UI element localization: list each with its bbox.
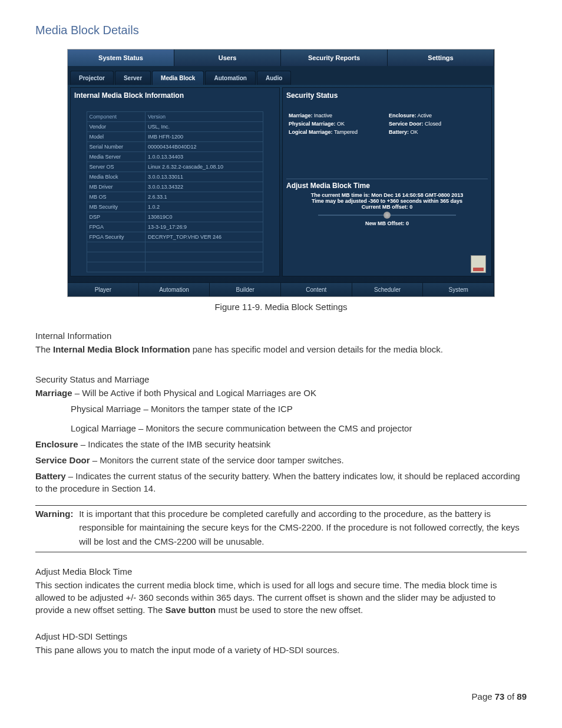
table-row: Server OSLinux 2.6.32.2-cascade_1.08.10 bbox=[87, 162, 263, 172]
enclosure-label: Enclosure: bbox=[389, 113, 416, 118]
table-row: FPGA SecurityDECRYPT_TOP.VHD VER 246 bbox=[87, 232, 263, 242]
info-table: Component Version VendorUSL, Inc. ModelI… bbox=[87, 111, 264, 272]
bottom-tab-system[interactable]: System bbox=[423, 283, 494, 297]
hdsdi-body: This pane allows you to match the input … bbox=[35, 644, 527, 656]
phys-marriage-label: Physical Marriage: bbox=[289, 121, 336, 127]
warning-label: Warning: bbox=[35, 507, 77, 521]
right-panel-title: Security Status bbox=[286, 91, 488, 100]
service-door-value: Closed bbox=[425, 121, 441, 127]
adjust-body-text: This section indicates the current media… bbox=[35, 579, 527, 616]
left-panel-title: Internal Media Block Information bbox=[74, 91, 276, 100]
battery-line: Battery – Indicates the current status o… bbox=[35, 470, 527, 495]
sub-tabs: Projector Server Media Block Automation … bbox=[68, 66, 494, 85]
table-row: FPGA13-3-19_17:26:9 bbox=[87, 222, 263, 232]
page-footer: Page 73 of 89 bbox=[35, 691, 527, 701]
figure-caption: Figure 11-9. Media Block Settings bbox=[35, 302, 527, 312]
enclosure-line: Enclosure – Indicates the state of the I… bbox=[35, 438, 527, 450]
subtab-projector[interactable]: Projector bbox=[70, 71, 114, 85]
divider-top bbox=[35, 505, 527, 506]
adjust-head: Adjust Media Block Time bbox=[35, 565, 527, 578]
enclosure-value: Active bbox=[418, 113, 432, 118]
table-header-row: Component Version bbox=[87, 112, 263, 122]
adjust-current-offset: Current MB offset: 0 bbox=[289, 204, 485, 210]
service-door-line: Service Door – Monitors the current stat… bbox=[35, 454, 527, 466]
marriage-line: Marriage – Will be Active if both Physic… bbox=[35, 387, 527, 399]
table-row: MB OS2.6.33.1 bbox=[87, 192, 263, 202]
table-row bbox=[87, 252, 263, 262]
left-panel: Internal Media Block Information Compone… bbox=[70, 87, 280, 276]
internal-info-head: Internal Information bbox=[35, 330, 527, 342]
app-screenshot: System Status Users Security Reports Set… bbox=[67, 49, 495, 297]
marriage-label: Marriage: bbox=[289, 113, 313, 118]
col-version: Version bbox=[145, 112, 263, 122]
warning-body: It is important that this procedure be c… bbox=[79, 507, 525, 548]
top-tabs: System Status Users Security Reports Set… bbox=[68, 50, 494, 66]
adjust-range: Time may be adjusted -360 to +360 second… bbox=[289, 198, 485, 204]
tab-settings[interactable]: Settings bbox=[388, 50, 494, 66]
bottom-tab-builder[interactable]: Builder bbox=[210, 283, 281, 297]
save-button[interactable] bbox=[471, 255, 486, 273]
adjust-title: Adjust Media Block Time bbox=[286, 179, 488, 190]
battery-label: Battery: bbox=[389, 129, 409, 135]
divider-bottom bbox=[35, 552, 527, 552]
logi-marriage-label: Logical Marriage: bbox=[289, 129, 333, 135]
bottom-tab-content[interactable]: Content bbox=[281, 283, 352, 297]
subtab-audio[interactable]: Audio bbox=[257, 71, 291, 85]
offset-slider[interactable] bbox=[318, 215, 456, 216]
table-row: MB Security1.0.2 bbox=[87, 202, 263, 212]
logi-marriage-value: Tampered bbox=[334, 129, 358, 135]
slider-handle[interactable] bbox=[384, 212, 391, 219]
table-row: MB Driver3.0.0.13.34322 bbox=[87, 182, 263, 192]
warning-block: Warning: It is important that this proce… bbox=[35, 507, 527, 548]
table-row: DSP130819C0 bbox=[87, 212, 263, 222]
table-row: Media Server1.0.0.13.34403 bbox=[87, 152, 263, 162]
table-row: VendorUSL, Inc. bbox=[87, 122, 263, 132]
col-component: Component bbox=[87, 112, 145, 122]
tab-system-status[interactable]: System Status bbox=[68, 50, 174, 66]
bottom-tab-automation[interactable]: Automation bbox=[139, 283, 210, 297]
phys-marriage-line: Physical Marriage – Monitors the tamper … bbox=[35, 403, 527, 415]
adjust-new-offset: New MB Offset: 0 bbox=[289, 220, 485, 226]
table-row: ModelIMB HFR-1200 bbox=[87, 132, 263, 142]
bottom-tab-player[interactable]: Player bbox=[68, 283, 139, 297]
table-row bbox=[87, 242, 263, 252]
section-title: Media Block Details bbox=[35, 24, 527, 37]
phys-marriage-value: OK bbox=[337, 121, 345, 127]
adjust-current-time: The current MB time is: Mon Dec 16 14:50… bbox=[289, 192, 485, 198]
service-door-label: Service Door: bbox=[389, 121, 424, 127]
subtab-automation[interactable]: Automation bbox=[205, 71, 256, 85]
battery-value: OK bbox=[411, 129, 418, 135]
bottom-bar: Player Automation Builder Content Schedu… bbox=[68, 282, 494, 297]
table-row: Serial Number000004344B040D12 bbox=[87, 142, 263, 152]
subtab-media-block[interactable]: Media Block bbox=[152, 71, 204, 85]
subtab-server[interactable]: Server bbox=[115, 71, 151, 85]
marriage-value: Inactive bbox=[314, 113, 332, 118]
security-head: Security Status and Marriage bbox=[35, 373, 527, 386]
table-row: Media Block3.0.0.13.33011 bbox=[87, 172, 263, 182]
logi-marriage-line: Logical Marriage – Monitors the secure c… bbox=[35, 422, 527, 434]
security-grid: Marriage: Inactive Enclosure: Active Phy… bbox=[286, 104, 488, 143]
tab-users[interactable]: Users bbox=[174, 50, 281, 66]
internal-info-p1: The Internal Media Block Information pan… bbox=[35, 343, 527, 355]
bottom-tab-scheduler[interactable]: Scheduler bbox=[352, 283, 424, 297]
right-panel: Security Status Marriage: Inactive Enclo… bbox=[282, 87, 492, 276]
tab-security-reports[interactable]: Security Reports bbox=[281, 50, 388, 66]
table-row bbox=[87, 262, 263, 272]
hdsdi-head: Adjust HD-SDI Settings bbox=[35, 630, 527, 643]
